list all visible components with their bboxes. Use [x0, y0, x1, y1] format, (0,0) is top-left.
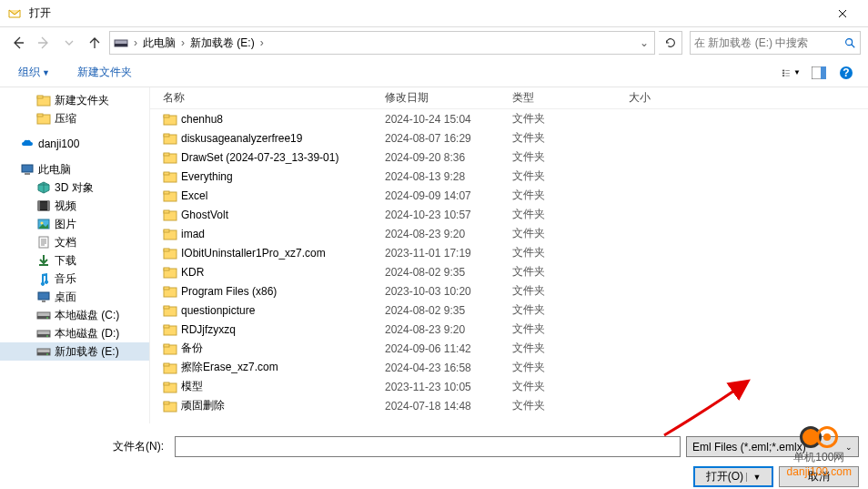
sidebar-item-label: 文档: [55, 235, 76, 250]
chevron-down-icon[interactable]: ⌄: [638, 36, 651, 49]
col-size[interactable]: 大小: [629, 90, 701, 106]
svg-rect-25: [39, 264, 48, 266]
view-options-button[interactable]: ▼: [782, 64, 801, 82]
svg-point-36: [46, 353, 48, 355]
col-type[interactable]: 类型: [512, 90, 629, 106]
sidebar-item: [0, 153, 149, 160]
svg-rect-58: [164, 306, 169, 309]
sidebar-item[interactable]: 下载: [0, 251, 149, 270]
bottom-bar: 文件名(N): Eml Files (*.eml;*.emlx) ⌄ 打开(O)…: [0, 423, 868, 489]
sidebar-item[interactable]: 音乐: [0, 270, 149, 288]
sidebar[interactable]: 新建文件夹压缩danji100此电脑3D 对象视频图片文档下载音乐桌面本地磁盘 …: [0, 87, 149, 423]
file-row[interactable]: 模型2023-11-23 10:05文件夹: [150, 377, 868, 396]
docs-icon: [36, 235, 51, 250]
file-row[interactable]: chenhu82024-10-24 15:04文件夹: [150, 109, 868, 128]
svg-rect-54: [164, 268, 169, 270]
svg-rect-24: [39, 237, 48, 248]
sidebar-item[interactable]: 本地磁盘 (D:): [0, 324, 149, 342]
disk-icon: [36, 344, 51, 359]
arrow-left-icon: [11, 36, 25, 50]
file-name: 模型: [181, 379, 203, 394]
file-row[interactable]: 备份2024-09-06 11:42文件夹: [150, 339, 868, 358]
filename-input[interactable]: [175, 436, 681, 457]
arrow-up-icon: [87, 36, 102, 50]
main-area: 新建文件夹压缩danji100此电脑3D 对象视频图片文档下载音乐桌面本地磁盘 …: [0, 87, 868, 423]
sidebar-item[interactable]: 文档: [0, 233, 149, 251]
sidebar-item[interactable]: 图片: [0, 215, 149, 233]
file-row[interactable]: diskusageanalyzerfree192024-08-07 16:29文…: [150, 128, 868, 148]
breadcrumb-seg-drive[interactable]: 新加载卷 (E:): [187, 36, 258, 51]
sidebar-item-label: 压缩: [55, 111, 76, 127]
sidebar-item[interactable]: 视频: [0, 197, 149, 215]
file-type: 文件夹: [512, 360, 629, 375]
search-box[interactable]: [690, 31, 861, 55]
cancel-button[interactable]: 取消: [779, 466, 859, 487]
organize-menu[interactable]: 组织 ▼: [13, 65, 56, 80]
col-date[interactable]: 修改日期: [385, 90, 512, 106]
back-button[interactable]: [7, 32, 29, 54]
sidebar-item[interactable]: 新加载卷 (E:): [0, 342, 149, 361]
file-row[interactable]: IObitUninstaller1Pro_xz7.com2023-11-01 1…: [150, 243, 868, 262]
chevron-right-icon: ›: [179, 36, 187, 49]
sidebar-item[interactable]: 本地磁盘 (C:): [0, 306, 149, 324]
file-row[interactable]: Program Files (x86)2023-10-03 10:20文件夹: [150, 281, 868, 301]
close-button[interactable]: [824, 1, 861, 26]
file-type: 文件夹: [512, 168, 629, 184]
file-row[interactable]: RDJjfzyxzq2024-08-23 9:20文件夹: [150, 320, 868, 339]
up-button[interactable]: [84, 32, 106, 54]
sidebar-item[interactable]: 压缩: [0, 109, 149, 127]
sidebar-item[interactable]: 桌面: [0, 288, 149, 306]
file-row[interactable]: GhostVolt2024-10-23 10:57文件夹: [150, 205, 868, 224]
close-icon: [838, 9, 847, 18]
disk-icon: [36, 308, 51, 322]
file-row[interactable]: 顽固删除2024-07-18 14:48文件夹: [150, 396, 868, 415]
search-input[interactable]: [694, 36, 843, 49]
breadcrumb[interactable]: › 此电脑 › 新加载卷 (E:) › ⌄: [109, 31, 655, 55]
file-row[interactable]: KDR2024-08-02 9:35文件夹: [150, 262, 868, 281]
sidebar-item[interactable]: 新建文件夹: [0, 91, 149, 109]
help-button[interactable]: ?: [837, 64, 855, 82]
file-row[interactable]: imad2024-08-23 9:20文件夹: [150, 224, 868, 243]
new-folder-button[interactable]: 新建文件夹: [72, 65, 137, 80]
file-type: 文件夹: [512, 226, 629, 241]
file-date: 2024-08-23 9:20: [385, 323, 512, 336]
file-date: 2024-08-13 9:28: [385, 170, 512, 183]
file-type: 文件夹: [512, 130, 629, 146]
svg-rect-20: [38, 201, 40, 210]
file-type: 文件夹: [512, 207, 629, 222]
nav-row: › 此电脑 › 新加载卷 (E:) › ⌄: [0, 27, 868, 58]
file-row[interactable]: questionpicture2024-08-02 9:35文件夹: [150, 301, 868, 320]
file-type: 文件夹: [512, 111, 629, 127]
file-row[interactable]: Excel2024-09-09 14:07文件夹: [150, 186, 868, 205]
file-type-filter[interactable]: Eml Files (*.eml;*.emlx) ⌄: [686, 436, 859, 457]
forward-button[interactable]: [33, 32, 55, 54]
file-row[interactable]: 擦除Erase_xz7.com2024-04-23 16:58文件夹: [150, 358, 868, 377]
refresh-button[interactable]: [659, 31, 682, 55]
folder-icon: [163, 322, 177, 337]
file-date: 2024-10-23 10:57: [385, 209, 512, 221]
file-name: questionpicture: [181, 304, 255, 317]
col-name[interactable]: 名称: [150, 90, 385, 106]
open-button[interactable]: 打开(O) ▼: [693, 466, 773, 487]
filename-label: 文件名(N):: [9, 439, 169, 454]
file-date: 2024-10-24 15:04: [385, 113, 512, 126]
file-row[interactable]: DrawSet (2024-07-23_13-39-01)2024-09-20 …: [150, 148, 868, 167]
file-type: 文件夹: [512, 245, 629, 260]
folder-icon: [163, 303, 177, 318]
svg-rect-29: [37, 316, 50, 319]
file-list[interactable]: 名称 修改日期 类型 大小 chenhu82024-10-24 15:04文件夹…: [149, 87, 868, 423]
onedrive-icon: [20, 137, 35, 151]
breadcrumb-seg-pc[interactable]: 此电脑: [139, 36, 179, 51]
chevron-down-icon: ▼: [793, 68, 801, 76]
sidebar-item[interactable]: danji100: [0, 135, 149, 153]
svg-rect-52: [164, 249, 169, 251]
svg-rect-7: [785, 73, 789, 74]
sidebar-item[interactable]: 3D 对象: [0, 178, 149, 197]
preview-pane-button[interactable]: [810, 64, 828, 82]
file-row[interactable]: Everything2024-08-13 9:28文件夹: [150, 167, 868, 186]
drive-icon: [114, 36, 128, 50]
folder-icon: [163, 169, 177, 184]
recent-button[interactable]: [58, 32, 80, 54]
file-date: 2024-08-02 9:35: [385, 266, 512, 279]
sidebar-item[interactable]: 此电脑: [0, 160, 149, 178]
